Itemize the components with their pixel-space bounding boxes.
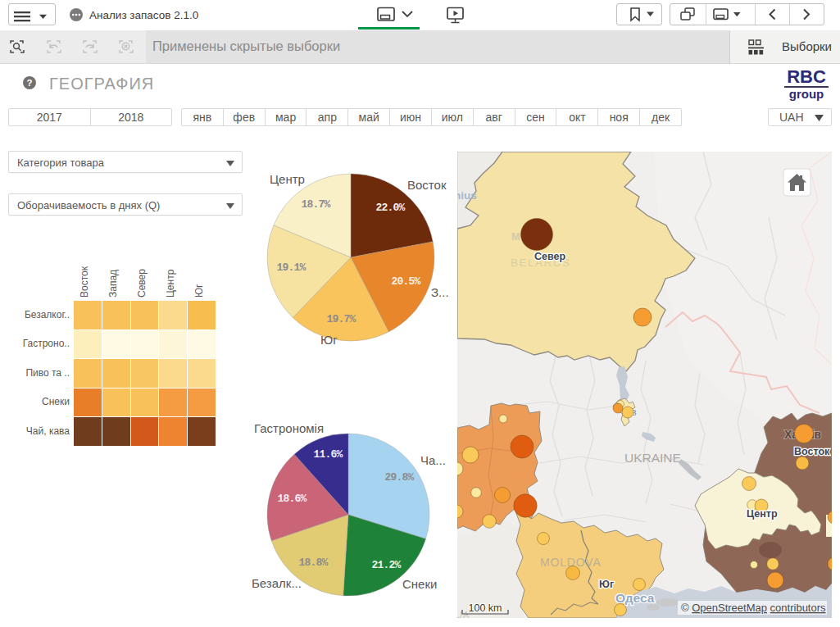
svg-text:Юг: Юг (320, 333, 338, 347)
svg-text:М: М (511, 230, 520, 243)
svg-text:100 km: 100 km (469, 602, 502, 614)
svg-text:З...: З... (431, 285, 449, 299)
svg-text:Центр: Центр (747, 508, 778, 520)
svg-text:© OpenStreetMap contributors: © OpenStreetMap contributors (681, 602, 826, 614)
svg-text:29.8%: 29.8% (384, 471, 414, 484)
svg-text:Восток: Восток (407, 178, 447, 192)
svg-text:Гастрономія: Гастрономія (254, 421, 324, 435)
svg-text:20.5%: 20.5% (391, 275, 420, 288)
svg-text:Север: Север (534, 251, 565, 262)
svg-text:Снеки: Снеки (402, 577, 437, 591)
svg-text:18.6%: 18.6% (277, 493, 306, 505)
svg-text:Ча...: Ча... (420, 453, 446, 467)
svg-text:Восток: Восток (794, 446, 830, 457)
svg-text:21.2%: 21.2% (371, 559, 401, 571)
svg-text:Центр: Центр (270, 172, 305, 186)
svg-text:19.7%: 19.7% (326, 313, 356, 325)
svg-text:22.0%: 22.0% (375, 202, 405, 214)
svg-text:nius: nius (457, 189, 477, 202)
svg-text:18.7%: 18.7% (301, 198, 330, 211)
svg-text:UKRAINE: UKRAINE (624, 451, 681, 465)
svg-text:11.6%: 11.6% (313, 448, 343, 461)
svg-text:Юг: Юг (599, 579, 614, 590)
svg-text:18.8%: 18.8% (298, 557, 328, 569)
svg-text:Безалк...: Безалк... (252, 576, 302, 590)
svg-text:19.1%: 19.1% (276, 261, 306, 274)
svg-text:Одеса: Одеса (615, 591, 655, 605)
